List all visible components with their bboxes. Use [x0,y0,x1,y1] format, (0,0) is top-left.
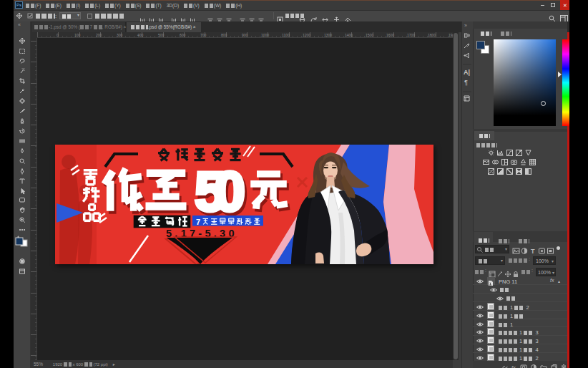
svg-text:7: 7 [196,218,200,226]
svg-text:»: » [464,23,467,28]
svg-text:A|: A| [464,69,470,76]
svg-text:¶: ¶ [464,79,468,86]
svg-text:50: 50 [195,160,245,223]
svg-text:fx: fx [511,364,516,368]
svg-text:T: T [531,248,535,255]
